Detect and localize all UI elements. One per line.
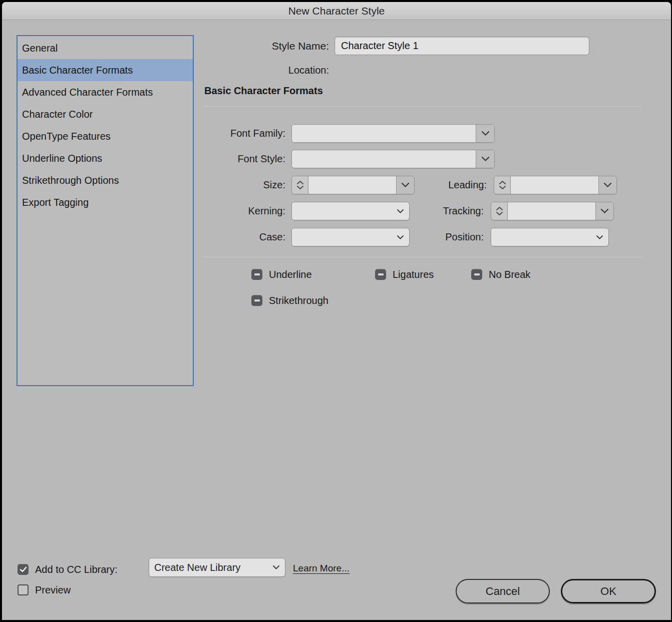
add-to-cc-library-label: Add to CC Library: <box>35 564 118 575</box>
stepper-down-icon[interactable] <box>296 185 304 190</box>
stepper-up-icon[interactable] <box>496 206 503 211</box>
tracking-value[interactable] <box>507 202 596 220</box>
learn-more-link[interactable]: Learn More... <box>293 563 350 574</box>
font-family-label: Font Family: <box>152 124 285 143</box>
no-break-toggle[interactable]: No Break <box>471 268 530 280</box>
checkbox-mixed-icon[interactable] <box>471 269 482 280</box>
ok-button[interactable]: OK <box>561 579 656 603</box>
preview-row: Preview <box>18 580 71 599</box>
font-family-combo[interactable] <box>291 124 495 143</box>
section-title: Basic Character Formats <box>204 85 323 97</box>
font-style-label: Font Style: <box>152 150 285 168</box>
chevron-down-icon <box>600 208 609 214</box>
checkbox-mixed-icon[interactable] <box>251 269 262 280</box>
stepper-up-icon[interactable] <box>499 180 506 185</box>
sidebar-item-general[interactable]: General <box>18 37 193 59</box>
sidebar-item-basic-character-formats[interactable]: Basic Character Formats <box>18 59 193 81</box>
font-family-value[interactable] <box>292 125 476 142</box>
leading-value[interactable] <box>510 176 599 194</box>
chevron-down-icon <box>267 558 285 576</box>
chevron-down-icon <box>481 156 490 162</box>
checkbox-mixed-icon[interactable] <box>251 295 262 306</box>
new-character-style-dialog: New Character Style General Basic Charac… <box>2 2 671 620</box>
no-break-label: No Break <box>489 269 530 280</box>
sidebar-item-advanced-character-formats[interactable]: Advanced Character Formats <box>18 81 193 103</box>
strikethrough-label: Strikethrough <box>269 295 328 306</box>
ligatures-label: Ligatures <box>393 269 434 280</box>
leading-combo[interactable] <box>494 176 617 194</box>
window-title: New Character Style <box>288 5 385 17</box>
font-style-value[interactable] <box>292 150 476 168</box>
size-stepper[interactable] <box>292 176 308 194</box>
stepper-down-icon[interactable] <box>499 185 506 190</box>
style-name-input[interactable]: Character Style 1 <box>334 37 589 55</box>
style-name-label: Style Name: <box>167 37 329 55</box>
chevron-down-icon <box>481 131 490 136</box>
cc-library-select[interactable]: Create New Library <box>149 558 285 577</box>
tracking-combo[interactable] <box>491 202 614 220</box>
underline-toggle[interactable]: Underline <box>251 268 312 280</box>
checkbox-checked-icon[interactable] <box>18 564 29 575</box>
tracking-dropdown-button[interactable] <box>596 202 613 220</box>
location-label: Location: <box>167 63 329 78</box>
font-style-dropdown-button[interactable] <box>476 150 494 168</box>
position-select[interactable] <box>491 228 609 246</box>
add-to-cc-library-row: Add to CC Library: <box>18 560 118 579</box>
leading-label: Leading: <box>353 176 487 194</box>
checkbox-empty-icon[interactable] <box>18 584 29 595</box>
cancel-button[interactable]: Cancel <box>456 579 550 603</box>
stepper-up-icon[interactable] <box>296 180 304 185</box>
underline-label: Underline <box>269 269 312 280</box>
section-divider <box>204 106 641 107</box>
ligatures-toggle[interactable]: Ligatures <box>375 268 434 280</box>
font-style-combo[interactable] <box>291 150 495 168</box>
stepper-down-icon[interactable] <box>496 211 503 216</box>
preview-label: Preview <box>35 584 71 596</box>
chevron-down-icon <box>603 182 612 188</box>
fields-divider <box>204 257 641 257</box>
kerning-label: Kerning: <box>152 202 285 220</box>
chevron-down-icon <box>590 228 608 246</box>
position-value <box>491 228 590 246</box>
checkbox-mixed-icon[interactable] <box>375 269 386 280</box>
cc-library-value: Create New Library <box>149 558 267 576</box>
leading-stepper[interactable] <box>494 176 510 194</box>
title-bar[interactable]: New Character Style <box>2 2 671 20</box>
leading-dropdown-button[interactable] <box>599 176 616 194</box>
size-label: Size: <box>152 176 285 194</box>
tracking-stepper[interactable] <box>491 202 507 220</box>
tracking-label: Tracking: <box>353 202 484 220</box>
position-label: Position: <box>353 228 484 246</box>
strikethrough-toggle[interactable]: Strikethrough <box>251 294 328 306</box>
font-family-dropdown-button[interactable] <box>476 125 494 142</box>
case-label: Case: <box>152 228 285 246</box>
sidebar-item-character-color[interactable]: Character Color <box>18 103 193 125</box>
